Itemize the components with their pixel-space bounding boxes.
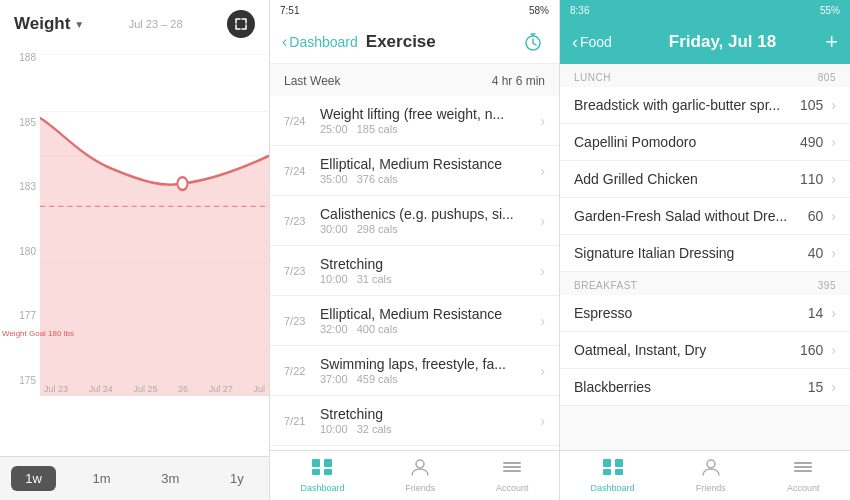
list-item[interactable]: Signature Italian Dressing 40 › — [560, 235, 850, 272]
nav-friends[interactable]: Friends — [405, 458, 435, 493]
dashboard-icon — [311, 458, 333, 481]
nav-account[interactable]: Account — [496, 458, 529, 493]
food-nav-friends[interactable]: Friends — [696, 458, 726, 493]
food-nav-dashboard[interactable]: Dashboard — [591, 458, 635, 493]
list-item[interactable]: Breadstick with garlic-butter spr... 105… — [560, 87, 850, 124]
list-item[interactable]: Capellini Pomodoro 490 › — [560, 124, 850, 161]
y-axis: 188 185 183 180 177 175 — [0, 42, 40, 396]
friends-icon — [409, 458, 431, 481]
status-bar-exercise: 7:51 58% — [270, 0, 559, 20]
status-icons-food: 55% — [820, 5, 840, 16]
weight-header: Weight ▼ Jul 23 – 28 — [0, 0, 269, 42]
time-filter-bar: 1w 1m 3m 1y — [0, 456, 269, 500]
exercise-list: 7/24 Weight lifting (free weight, n... 2… — [270, 96, 559, 450]
lunch-section-header: LUNCH 805 — [560, 64, 850, 87]
battery-icon: 58% — [529, 5, 549, 16]
weight-panel: Weight ▼ Jul 23 – 28 188 185 183 180 177… — [0, 0, 270, 500]
status-time-food: 8:36 — [570, 5, 589, 16]
svg-rect-14 — [503, 462, 521, 464]
svg-rect-24 — [794, 470, 812, 472]
svg-rect-11 — [312, 469, 320, 475]
chevron-right-icon: › — [540, 263, 545, 279]
svg-rect-20 — [615, 469, 623, 475]
list-item[interactable]: Oatmeal, Instant, Dry 160 › — [560, 332, 850, 369]
filter-1w[interactable]: 1w — [11, 466, 56, 491]
status-icons-exercise: 58% — [529, 5, 549, 16]
weight-label: Weight — [14, 14, 70, 34]
list-item[interactable]: Add Grilled Chicken 110 › — [560, 161, 850, 198]
chevron-right-icon: › — [540, 313, 545, 329]
chevron-right-icon: › — [831, 342, 836, 358]
status-time-exercise: 7:51 — [280, 5, 299, 16]
add-food-button[interactable]: + — [825, 29, 838, 55]
svg-rect-19 — [603, 469, 611, 475]
x-axis: Jul 23 Jul 24 Jul 25 26 Jul 27 Jul — [40, 380, 269, 394]
svg-rect-23 — [794, 466, 812, 468]
weight-date-range-inline: Jul 23 – 28 — [129, 18, 183, 30]
svg-rect-12 — [324, 469, 332, 475]
chevron-right-icon: › — [831, 171, 836, 187]
chevron-right-icon: › — [831, 379, 836, 395]
weight-chart: 188 185 183 180 177 175 — [0, 42, 269, 456]
back-to-food[interactable]: ‹ Food — [572, 32, 612, 53]
svg-rect-22 — [794, 462, 812, 464]
svg-rect-18 — [615, 459, 623, 467]
svg-point-7 — [177, 177, 187, 190]
table-row[interactable]: 7/24 Weight lifting (free weight, n... 2… — [270, 96, 559, 146]
filter-1y[interactable]: 1y — [216, 466, 258, 491]
chevron-right-icon: › — [540, 163, 545, 179]
chevron-right-icon: › — [831, 134, 836, 150]
svg-point-13 — [416, 460, 424, 468]
exercise-panel: 7:51 58% ‹ Dashboard Exercise Last Week … — [270, 0, 560, 500]
chevron-right-icon: › — [831, 208, 836, 224]
food-list: LUNCH 805 Breadstick with garlic-butter … — [560, 64, 850, 450]
list-item[interactable]: Espresso 14 › — [560, 295, 850, 332]
filter-1m[interactable]: 1m — [79, 466, 125, 491]
back-label: Dashboard — [289, 34, 358, 50]
bottom-navigation-exercise: Dashboard Friends Account — [270, 450, 559, 500]
chevron-right-icon: › — [540, 413, 545, 429]
exercise-nav-header: ‹ Dashboard Exercise — [270, 20, 559, 64]
chevron-right-icon: › — [540, 213, 545, 229]
account-icon — [501, 458, 523, 481]
table-row[interactable]: 7/22 Swimming laps, freestyle, fa... 37:… — [270, 346, 559, 396]
status-bar-food: 8:36 55% — [560, 0, 850, 20]
chevron-left-icon: ‹ — [572, 32, 578, 53]
list-item[interactable]: Blackberries 15 › — [560, 369, 850, 406]
table-row[interactable]: 7/23 Calisthenics (e.g. pushups, si... 3… — [270, 196, 559, 246]
svg-rect-15 — [503, 466, 521, 468]
chevron-right-icon: › — [540, 363, 545, 379]
svg-rect-16 — [503, 470, 521, 472]
chevron-down-icon: ▼ — [74, 19, 84, 30]
expand-button[interactable] — [227, 10, 255, 38]
food-panel: 8:36 55% ‹ Food Friday, Jul 18 + LUNCH 8… — [560, 0, 850, 500]
list-item[interactable]: Garden-Fresh Salad without Dre... 60 › — [560, 198, 850, 235]
table-row[interactable]: 7/24 Elliptical, Medium Resistance 35:00… — [270, 146, 559, 196]
food-nav-account[interactable]: Account — [787, 458, 820, 493]
summary-total: 4 hr 6 min — [492, 74, 545, 88]
chevron-right-icon: › — [831, 97, 836, 113]
back-to-dashboard[interactable]: ‹ Dashboard — [282, 33, 358, 51]
table-row[interactable]: 7/21 Stretching 10:00 32 cals › — [270, 396, 559, 446]
account-icon — [792, 458, 814, 481]
table-row[interactable]: 7/23 Elliptical, Medium Resistance 32:00… — [270, 296, 559, 346]
bottom-navigation-food: Dashboard Friends Account — [560, 450, 850, 500]
battery-icon-food: 55% — [820, 5, 840, 16]
food-back-label: Food — [580, 34, 612, 50]
food-nav-header: ‹ Food Friday, Jul 18 + — [560, 20, 850, 64]
table-row[interactable]: 7/23 Stretching 10:00 31 cals › — [270, 246, 559, 296]
filter-3m[interactable]: 3m — [147, 466, 193, 491]
weight-title-button[interactable]: Weight ▼ — [14, 14, 84, 34]
chevron-right-icon: › — [831, 305, 836, 321]
breakfast-section-header: BREAKFAST 395 — [560, 272, 850, 295]
summary-period: Last Week — [284, 74, 340, 88]
svg-rect-17 — [603, 459, 611, 467]
timer-icon-button[interactable] — [519, 28, 547, 56]
nav-dashboard[interactable]: Dashboard — [300, 458, 344, 493]
friends-icon — [700, 458, 722, 481]
svg-rect-9 — [312, 459, 320, 467]
dashboard-icon — [602, 458, 624, 481]
svg-rect-10 — [324, 459, 332, 467]
goal-label: Weight Goal 180 lbs — [2, 329, 74, 338]
chevron-right-icon: › — [540, 113, 545, 129]
